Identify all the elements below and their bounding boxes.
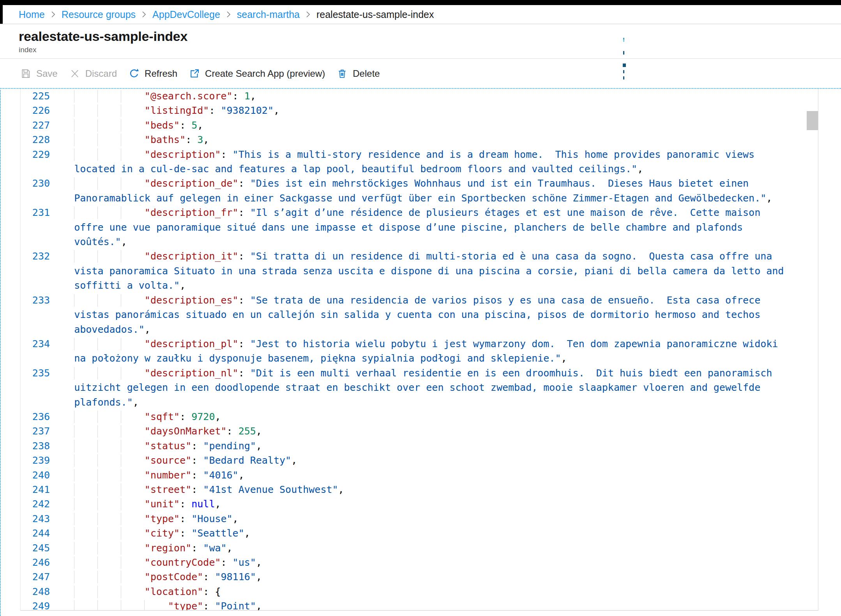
line-number: 230 xyxy=(21,176,51,205)
discard-icon xyxy=(69,68,80,79)
code-line: 231 "description_fr": "Il s’agit d’une r… xyxy=(21,205,818,249)
breadcrumb-item-search-martha[interactable]: search-martha xyxy=(237,9,300,20)
breadcrumb-item-appdevcollege[interactable]: AppDevCollege xyxy=(152,9,220,20)
clipped-ui-artifact xyxy=(623,40,624,42)
breadcrumb-separator-icon xyxy=(306,10,311,19)
toolbar-button-label: Create Search App (preview) xyxy=(205,68,325,79)
code-line: 237 "daysOnMarket": 255, xyxy=(21,424,818,438)
clipped-ui-artifact xyxy=(623,64,626,67)
create-search-app-preview-button[interactable]: Create Search App (preview) xyxy=(189,68,325,79)
code-line: 238 "status": "pending", xyxy=(21,439,818,453)
line-number: 240 xyxy=(21,468,51,482)
code-line-text: "street": "41st Avenue Southwest", xyxy=(51,482,790,497)
code-line-text: "sqft": 9720, xyxy=(51,409,790,424)
code-line-text: "countryCode": "us", xyxy=(51,555,790,570)
code-line: 232 "description_it": "Si tratta di un r… xyxy=(21,249,818,293)
code-line: 229 "description": "This is a multi-stor… xyxy=(21,147,818,177)
code-line-text: "beds": 5, xyxy=(51,118,790,132)
code-line-text: "region": "wa", xyxy=(51,541,790,555)
code-area[interactable]: 225 "@search.score": 1,226 "listingId": … xyxy=(21,89,818,611)
line-number: 232 xyxy=(21,249,51,293)
line-number: 245 xyxy=(21,541,51,555)
code-line: 245 "region": "wa", xyxy=(21,541,818,555)
line-number: 236 xyxy=(21,409,51,424)
line-number: 249 xyxy=(21,599,51,611)
code-line: 242 "unit": null, xyxy=(21,497,818,511)
breadcrumb-separator-icon xyxy=(51,10,56,19)
save-icon xyxy=(20,68,31,79)
code-line: 239 "source": "Bedard Realty", xyxy=(21,453,818,468)
save-button[interactable]: Save xyxy=(20,68,58,79)
code-line-text: "source": "Bedard Realty", xyxy=(51,453,790,468)
breadcrumb: HomeResource groupsAppDevCollegesearch-m… xyxy=(0,5,841,24)
toolbar-button-label: Refresh xyxy=(145,68,177,79)
code-line-text: "description_pl": "Jest to historia wiel… xyxy=(51,337,790,366)
code-line: 240 "number": "4016", xyxy=(21,468,818,482)
line-number: 231 xyxy=(21,205,51,249)
line-number: 242 xyxy=(21,497,51,511)
toolbar-button-label: Discard xyxy=(85,68,117,79)
code-line: 243 "type": "House", xyxy=(21,512,818,526)
blade-header: realestate-us-sample-index index xyxy=(0,24,841,59)
line-number: 228 xyxy=(21,132,51,147)
breadcrumb-separator-icon xyxy=(226,10,231,19)
breadcrumb-separator-icon xyxy=(141,10,147,19)
code-line: 228 "baths": 3, xyxy=(21,132,818,147)
line-number: 226 xyxy=(21,103,51,118)
line-number: 227 xyxy=(21,118,51,132)
code-line: 247 "postCode": "98116", xyxy=(21,570,818,584)
code-line-text: "description_it": "Si tratta di un resid… xyxy=(51,249,790,293)
line-number: 233 xyxy=(21,293,51,337)
clipped-ui-artifact xyxy=(623,70,624,73)
line-number: 244 xyxy=(21,526,51,540)
code-line-text: "description_nl": "Dit is een multi verh… xyxy=(51,366,790,409)
code-line: 248 "location": { xyxy=(21,584,818,599)
line-number: 247 xyxy=(21,570,51,584)
code-line: 246 "countryCode": "us", xyxy=(21,555,818,570)
code-line-text: "type": "House", xyxy=(51,512,790,526)
code-line: 234 "description_pl": "Jest to historia … xyxy=(21,337,818,366)
editor-viewport[interactable]: 225 "@search.score": 1,226 "listingId": … xyxy=(20,89,818,611)
command-bar: SaveDiscardRefreshCreate Search App (pre… xyxy=(0,59,841,88)
refresh-icon xyxy=(129,68,140,79)
azure-portal-blade: HomeResource groupsAppDevCollegesearch-m… xyxy=(0,0,841,616)
code-line: 235 "description_nl": "Dit is een multi … xyxy=(21,366,818,409)
line-number: 225 xyxy=(21,89,51,103)
page-title: realestate-us-sample-index xyxy=(19,28,841,44)
breadcrumb-item-home[interactable]: Home xyxy=(19,9,45,20)
line-number: 241 xyxy=(21,482,51,497)
breadcrumb-item-realestate-us-sample-index: realestate-us-sample-index xyxy=(316,9,434,20)
page-subtitle: index xyxy=(19,46,841,54)
code-line-text: "baths": 3, xyxy=(51,132,790,147)
code-line-text: "unit": null, xyxy=(51,497,790,511)
refresh-button[interactable]: Refresh xyxy=(129,68,177,79)
discard-button[interactable]: Discard xyxy=(69,68,117,79)
code-line: 230 "description_de": "Dies ist ein mehr… xyxy=(21,176,818,205)
line-number: 237 xyxy=(21,424,51,438)
breadcrumb-item-resource-groups[interactable]: Resource groups xyxy=(62,9,136,20)
scrollbar-thumb[interactable] xyxy=(807,111,818,130)
delete-icon xyxy=(337,68,348,79)
line-number: 234 xyxy=(21,337,51,366)
toolbar-button-label: Save xyxy=(36,68,58,79)
code-line: 225 "@search.score": 1, xyxy=(21,89,818,103)
line-number: 248 xyxy=(21,584,51,599)
code-line: 226 "listingId": "9382102", xyxy=(21,103,818,118)
code-line-text: "number": "4016", xyxy=(51,468,790,482)
json-editor[interactable]: 225 "@search.score": 1,226 "listingId": … xyxy=(0,88,841,616)
code-line-text: "description": "This is a multi-story re… xyxy=(51,147,790,177)
delete-button[interactable]: Delete xyxy=(337,68,380,79)
code-line-text: "city": "Seattle", xyxy=(51,526,790,540)
code-line-text: "location": { xyxy=(51,584,790,599)
code-line: 241 "street": "41st Avenue Southwest", xyxy=(21,482,818,497)
code-line-text: "postCode": "98116", xyxy=(51,570,790,584)
code-line-text: "type": "Point", xyxy=(51,599,790,611)
line-number: 229 xyxy=(21,147,51,177)
line-number: 235 xyxy=(21,366,51,409)
code-line-text: "daysOnMarket": 255, xyxy=(51,424,790,438)
code-line: 227 "beds": 5, xyxy=(21,118,818,132)
code-line-text: "listingId": "9382102", xyxy=(51,103,790,118)
code-line-text: "status": "pending", xyxy=(51,439,790,453)
code-line: 244 "city": "Seattle", xyxy=(21,526,818,540)
code-line: 236 "sqft": 9720, xyxy=(21,409,818,424)
